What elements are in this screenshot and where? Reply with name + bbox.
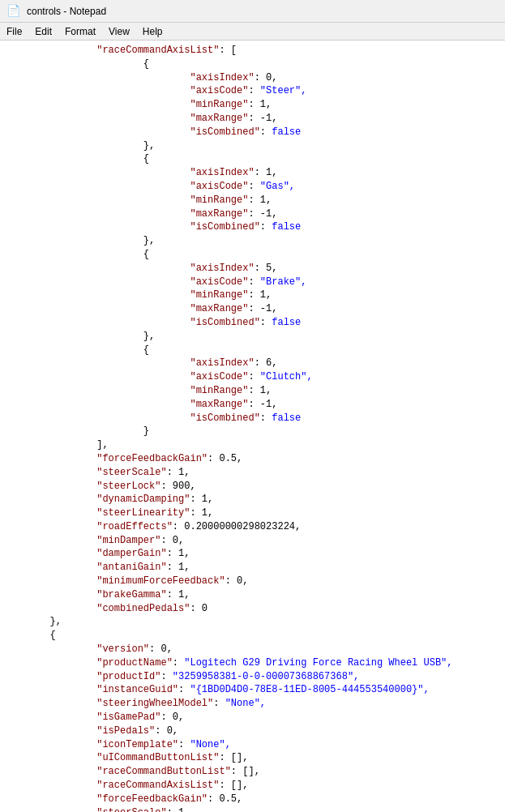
code-line: "instanceGuid": "{1BD0D4D0-78E8-11ED-800… [0, 683, 505, 697]
code-line: "isPedals": 0, [0, 724, 505, 738]
code-line: "steerLock": 900, [0, 480, 505, 494]
menu-file[interactable]: File [0, 24, 28, 39]
title-bar: 📄 controls - Notepad [0, 0, 505, 23]
code-line: "minRange": 1, [0, 384, 505, 398]
code-line: "brakeGamma": 1, [0, 588, 505, 602]
code-line: "maxRange": -1, [0, 112, 505, 126]
code-line: }, [0, 330, 505, 344]
menu-view[interactable]: View [102, 24, 136, 39]
code-line: { [0, 152, 505, 166]
code-line: "antaniGain": 1, [0, 561, 505, 575]
code-line: "isCombined": false [0, 316, 505, 330]
menu-format[interactable]: Format [58, 24, 102, 39]
code-line: ], [0, 438, 505, 452]
code-line: "axisCode": "Gas", [0, 180, 505, 194]
code-line: "minRange": 1, [0, 194, 505, 207]
code-line: }, [0, 139, 505, 153]
menu-help[interactable]: Help [136, 24, 169, 39]
code-line: }, [0, 615, 505, 629]
content-area[interactable]: "raceCommandAxisList": [ { "axisIndex": … [0, 41, 505, 812]
code-line: "forceFeedbackGain": 0.5, [0, 452, 505, 466]
code-line: "raceCommandAxisList": [], [0, 779, 505, 793]
code-line: "combinedPedals": 0 [0, 602, 505, 616]
code-line: "minRange": 1, [0, 288, 505, 302]
code-line: { [0, 248, 505, 262]
code-line: "steeringWheelModel": "None", [0, 697, 505, 711]
code-line: "forceFeedbackGain": 0.5, [0, 793, 505, 806]
code-line: "minDamper": 0, [0, 534, 505, 548]
code-line: "axisIndex": 5, [0, 262, 505, 276]
code-line: "productName": "Logitech G29 Driving For… [0, 656, 505, 670]
code-line: "version": 0, [0, 643, 505, 656]
code-line: "uICommandButtonList": [], [0, 751, 505, 765]
code-line: "steerScale": 1, [0, 806, 505, 812]
code-line: "productId": "3259958381-0-0-00007368867… [0, 670, 505, 684]
code-line: { [0, 58, 505, 71]
code-line: "steerScale": 1, [0, 466, 505, 480]
code-line: "axisCode": "Clutch", [0, 370, 505, 384]
code-line: "damperGain": 1, [0, 547, 505, 561]
code-line: "axisIndex": 6, [0, 357, 505, 370]
code-line: "raceCommandAxisList": [ [0, 44, 505, 58]
menu-edit[interactable]: Edit [28, 24, 58, 39]
code-line: "roadEffects": 0.20000000298023224, [0, 520, 505, 534]
code-line: "isCombined": false [0, 220, 505, 234]
code-line: "isCombined": false [0, 412, 505, 425]
code-line: "dynamicDamping": 1, [0, 493, 505, 506]
code-line: } [0, 425, 505, 438]
code-line: { [0, 344, 505, 357]
code-line: { [0, 629, 505, 643]
app-icon: 📄 [6, 4, 20, 18]
code-line: "maxRange": -1, [0, 207, 505, 221]
menu-bar: File Edit Format View Help [0, 23, 505, 41]
code-line: "axisCode": "Steer", [0, 84, 505, 98]
code-line: "maxRange": -1, [0, 398, 505, 412]
code-line: "minRange": 1, [0, 98, 505, 112]
code-line: "steerLinearity": 1, [0, 506, 505, 520]
code-line: "axisCode": "Brake", [0, 276, 505, 289]
code-line: "axisIndex": 0, [0, 71, 505, 85]
code-line: "axisIndex": 1, [0, 166, 505, 180]
code-line: "maxRange": -1, [0, 302, 505, 316]
code-line: }, [0, 234, 505, 248]
code-line: "raceCommandButtonList": [], [0, 765, 505, 779]
code-line: "minimumForceFeedback": 0, [0, 575, 505, 588]
title-text: controls - Notepad [27, 6, 106, 17]
code-line: "isGamePad": 0, [0, 711, 505, 724]
code-line: "isCombined": false [0, 126, 505, 139]
code-line: "iconTemplate": "None", [0, 738, 505, 752]
